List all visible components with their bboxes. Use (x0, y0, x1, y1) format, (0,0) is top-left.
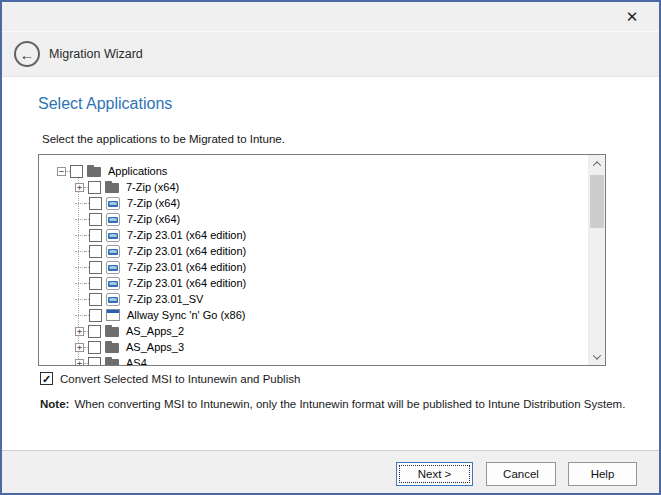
tree-item[interactable]: MSI7-Zip 23.01 (x64 edition) (40, 275, 587, 291)
tree-item-checkbox[interactable] (89, 213, 102, 226)
tree-item-checkbox[interactable] (89, 245, 102, 258)
tree-item-checkbox[interactable] (89, 229, 102, 242)
plus-expander-icon[interactable]: + (75, 183, 84, 192)
tree-item-label: AS_Apps_2 (125, 325, 184, 337)
titlebar: ✕ (2, 2, 659, 32)
note-text: Note:When converting MSI to Intunewin, o… (40, 398, 625, 410)
msi-icon: MSI (106, 261, 120, 274)
close-icon[interactable]: ✕ (621, 7, 643, 27)
tree-item[interactable]: −Applications (40, 163, 587, 179)
tree-item[interactable]: +AS_Apps_3 (40, 339, 587, 355)
msi-icon: MSI (106, 245, 120, 258)
tree-item-label: 7-Zip 23.01_SV (126, 293, 203, 305)
tree-connector (75, 283, 85, 284)
tree-item[interactable]: MSI7-Zip (x64) (40, 211, 587, 227)
plus-expander-icon[interactable]: + (75, 343, 84, 352)
tree-connector (75, 251, 85, 252)
button-bar: Next >CancelHelp (2, 450, 659, 493)
tree-item-label: 7-Zip 23.01 (x64 edition) (126, 245, 246, 257)
tree-item-checkbox[interactable] (88, 181, 101, 194)
msi-icon: MSI (106, 213, 120, 226)
cancel-button[interactable]: Cancel (486, 462, 556, 486)
msi-icon: MSI (106, 293, 120, 306)
page-title: Select Applications (38, 95, 172, 113)
tree-connector (75, 299, 85, 300)
tree-item-checkbox[interactable] (89, 293, 102, 306)
wizard-page: Select Applications Select the applicati… (2, 77, 659, 448)
folder-icon (105, 181, 121, 194)
tree-item-label: 7-Zip (x64) (126, 213, 180, 225)
tree-item-checkbox[interactable] (89, 197, 102, 210)
back-arrow-icon[interactable]: ← (14, 41, 40, 67)
note-label: Note: (40, 398, 69, 410)
scroll-up-icon[interactable] (589, 155, 605, 172)
tree-item-label: 7-Zip (x64) (126, 197, 180, 209)
tree-item-checkbox[interactable] (89, 261, 102, 274)
msi-icon: MSI (106, 277, 120, 290)
tree-item-label: 7-Zip 23.01 (x64 edition) (126, 229, 246, 241)
next-button[interactable]: Next > (396, 462, 473, 486)
tree-item[interactable]: Allway Sync 'n' Go (x86) (40, 307, 587, 323)
tree-item-checkbox[interactable] (70, 165, 83, 178)
migration-wizard-window: ✕ ← Migration Wizard Select Applications… (0, 0, 661, 495)
plus-expander-icon[interactable]: + (75, 327, 84, 336)
tree-connector (75, 315, 85, 316)
tree-item[interactable]: +AS4 (40, 355, 587, 365)
tree-item[interactable]: MSI7-Zip 23.01 (x64 edition) (40, 259, 587, 275)
folder-icon (87, 165, 103, 178)
note-body: When converting MSI to Intunewin, only t… (74, 398, 625, 410)
tree-connector (75, 203, 85, 204)
folder-icon (105, 341, 121, 354)
help-button[interactable]: Help (568, 462, 637, 486)
tree-item[interactable]: MSI7-Zip 23.01 (x64 edition) (40, 243, 587, 259)
tree-item[interactable]: +AS_Apps_2 (40, 323, 587, 339)
tree-item[interactable]: MSI7-Zip 23.01_SV (40, 291, 587, 307)
msi-icon: MSI (106, 197, 120, 210)
scroll-down-icon[interactable] (589, 348, 605, 365)
tree-item-label: AS4 (125, 357, 147, 365)
tree-item[interactable]: MSI7-Zip (x64) (40, 195, 587, 211)
folder-icon (105, 325, 121, 338)
minus-expander-icon[interactable]: − (57, 167, 66, 176)
tree-item-label: AS_Apps_3 (125, 341, 184, 353)
convert-msi-label: Convert Selected MSI to Intunewin and Pu… (60, 373, 300, 385)
tree-item-label: Applications (107, 165, 167, 177)
tree-item-checkbox[interactable] (88, 357, 101, 366)
tree-item-checkbox[interactable] (89, 309, 102, 322)
convert-msi-checkbox[interactable]: ✓ (40, 372, 53, 385)
tree-connector (75, 235, 85, 236)
tree-item[interactable]: MSI7-Zip 23.01 (x64 edition) (40, 227, 587, 243)
wizard-header: ← Migration Wizard (2, 32, 659, 77)
app-window-icon (106, 309, 120, 321)
tree-item-label: 7-Zip 23.01 (x64 edition) (126, 261, 246, 273)
msi-icon: MSI (106, 229, 120, 242)
tree-connector (75, 219, 85, 220)
tree-item-label: Allway Sync 'n' Go (x86) (126, 309, 246, 321)
tree-rows: −Applications+7-Zip (x64)MSI7-Zip (x64)M… (40, 163, 587, 365)
plus-expander-icon[interactable]: + (75, 359, 84, 366)
instruction-text: Select the applications to be Migrated t… (42, 133, 285, 145)
tree-item-label: 7-Zip 23.01 (x64 edition) (126, 277, 246, 289)
tree-item-checkbox[interactable] (88, 325, 101, 338)
vertical-scrollbar[interactable] (588, 155, 605, 365)
convert-msi-option[interactable]: ✓ Convert Selected MSI to Intunewin and … (40, 372, 300, 385)
tree-connector (75, 267, 85, 268)
wizard-title: Migration Wizard (49, 47, 143, 61)
tree-item-checkbox[interactable] (88, 341, 101, 354)
tree-item[interactable]: +7-Zip (x64) (40, 179, 587, 195)
tree-item-checkbox[interactable] (89, 277, 102, 290)
scrollbar-thumb[interactable] (590, 175, 604, 228)
tree-item-label: 7-Zip (x64) (125, 181, 179, 193)
folder-icon (105, 357, 121, 366)
applications-tree[interactable]: −Applications+7-Zip (x64)MSI7-Zip (x64)M… (38, 154, 606, 366)
